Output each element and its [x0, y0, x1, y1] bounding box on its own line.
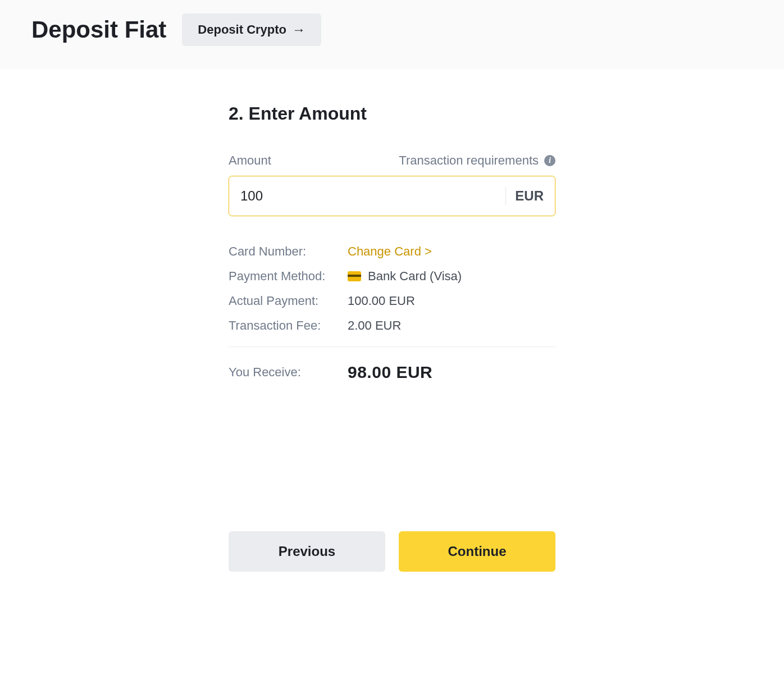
- actual-payment-value: 100.00 EUR: [348, 294, 415, 308]
- card-number-row: Card Number: Change Card >: [229, 244, 555, 259]
- payment-method-label: Payment Method:: [229, 269, 348, 284]
- actual-payment-row: Actual Payment: 100.00 EUR: [229, 294, 555, 308]
- change-card-link[interactable]: Change Card >: [348, 244, 432, 259]
- actual-payment-label: Actual Payment:: [229, 294, 348, 308]
- form-container: 2. Enter Amount Amount Transaction requi…: [229, 103, 555, 572]
- amount-header-row: Amount Transaction requirements i: [229, 153, 555, 168]
- you-receive-value: 98.00 EUR: [348, 363, 432, 382]
- divider: [229, 346, 555, 347]
- transaction-requirements-label: Transaction requirements: [399, 153, 539, 168]
- you-receive-label: You Receive:: [229, 365, 348, 380]
- deposit-crypto-label: Deposit Crypto: [198, 22, 286, 37]
- step-title: 2. Enter Amount: [229, 103, 555, 124]
- payment-method-value: Bank Card (Visa): [348, 269, 462, 284]
- header: Deposit Fiat Deposit Crypto →: [0, 0, 784, 70]
- continue-button[interactable]: Continue: [399, 531, 555, 572]
- transaction-fee-row: Transaction Fee: 2.00 EUR: [229, 318, 555, 333]
- payment-method-row: Payment Method: Bank Card (Visa): [229, 269, 555, 284]
- card-number-label: Card Number:: [229, 244, 348, 259]
- transaction-fee-label: Transaction Fee:: [229, 318, 348, 333]
- info-icon: i: [544, 155, 555, 166]
- deposit-crypto-button[interactable]: Deposit Crypto →: [182, 13, 321, 46]
- transaction-requirements[interactable]: Transaction requirements i: [399, 153, 555, 168]
- transaction-fee-value: 2.00 EUR: [348, 318, 401, 333]
- amount-input-container: EUR: [229, 176, 555, 216]
- you-receive-row: You Receive: 98.00 EUR: [229, 363, 555, 382]
- button-row: Previous Continue: [229, 531, 555, 572]
- page-title: Deposit Fiat: [31, 16, 166, 43]
- amount-label: Amount: [229, 153, 271, 168]
- currency-divider: [505, 187, 506, 205]
- previous-button[interactable]: Previous: [229, 531, 385, 572]
- main-content: 2. Enter Amount Amount Transaction requi…: [0, 70, 784, 572]
- card-icon: [348, 271, 361, 281]
- payment-method-text: Bank Card (Visa): [368, 269, 462, 284]
- arrow-right-icon: →: [292, 23, 306, 37]
- currency-label: EUR: [515, 188, 544, 204]
- amount-input[interactable]: [240, 188, 505, 204]
